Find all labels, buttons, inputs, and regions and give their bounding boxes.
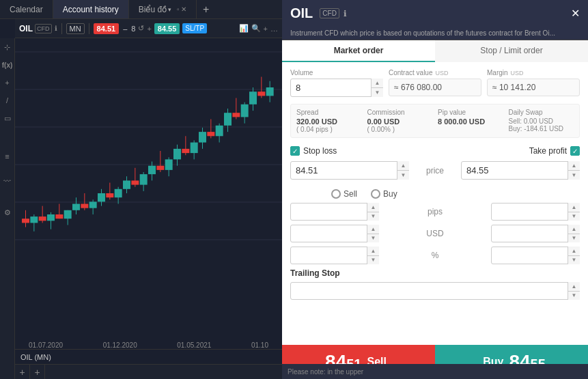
sl-tp-badge[interactable]: SL/TP [182,23,207,33]
zoom-in-icon[interactable]: + [264,25,268,33]
buy-price-box: 84.55 [154,23,180,34]
pct-right-down[interactable]: ▼ [568,256,580,265]
take-profit-checkbox[interactable]: ✓ [570,146,580,156]
volume-group: Volume ▲ ▼ [290,69,383,97]
panel-header: OIL CFD ℹ ✕ [282,0,588,27]
spread-value: 320.00 USD [296,117,362,126]
tp-up-button[interactable]: ▲ [568,161,580,171]
trailing-up[interactable]: ▲ [568,282,580,292]
tab-calendar[interactable]: Calendar [0,0,53,18]
trailing-stop-input[interactable] [290,282,580,300]
fx-icon[interactable]: f(x) [1,59,14,71]
pips-right-input-wrapper: ▲ ▼ [491,203,580,221]
date-label-1: 01.07.2020 [29,341,63,349]
usd-left-down[interactable]: ▼ [367,234,379,243]
take-profit-input[interactable] [461,161,580,180]
chart-toolbar: OIL CFD ℹ MN 84.51 – 8 ↺ + 84.55 SL/TP 📊… [15,19,282,38]
price-center-label: price [415,166,456,176]
trailing-stop-label: Trailing Stop [290,268,580,278]
please-note-bar: Plea se note: in the upper [282,364,588,379]
stop-loss-checkbox[interactable]: ✓ [290,146,300,156]
wave-icon[interactable]: 〰 [1,175,14,187]
plus-vol-icon[interactable]: + [147,25,151,33]
usd-right-up[interactable]: ▲ [568,225,580,234]
pips-left-input[interactable] [290,203,379,221]
window-close-icon[interactable]: ✕ [181,5,186,13]
rectangle-icon[interactable]: ▭ [1,112,14,124]
settings-icon[interactable]: ⚙ [1,206,14,219]
daily-swap-sell: Sell: 0.00 USD [509,117,574,125]
sell-radio[interactable] [331,189,341,199]
pips-right-up[interactable]: ▲ [568,203,580,212]
zoom-out-icon[interactable]: 🔍 [251,24,261,33]
pct-left-up[interactable]: ▲ [367,247,379,256]
pips-right-input[interactable] [491,203,580,221]
usd-left-up[interactable]: ▲ [367,225,379,234]
window-minimize-icon[interactable]: ▫ [177,5,180,13]
refresh-icon[interactable]: ↺ [138,24,144,33]
commission-value: 0.00 USD [367,117,433,126]
more-icon[interactable]: … [270,25,278,33]
usd-left-input[interactable] [290,225,379,242]
pips-left-up[interactable]: ▲ [367,203,379,212]
stop-loss-checkbox-label[interactable]: ✓ Stop loss [290,146,337,156]
tab-account-history[interactable]: Account history [53,0,129,18]
pct-left-down[interactable]: ▼ [367,256,379,265]
text-icon[interactable]: ≡ [1,150,14,163]
pips-right-spinners: ▲ ▼ [568,203,580,221]
buy-radio-label[interactable]: Buy [371,189,397,199]
volume-up-button[interactable]: ▲ [372,79,383,88]
stop-loss-input[interactable] [290,161,409,180]
tab-market-order[interactable]: Market order [282,40,435,62]
add-row-button-2[interactable]: + [30,365,45,380]
tp-spinners: ▲ ▼ [568,161,580,180]
usd-right-input-wrapper: ▲ ▼ [491,225,580,242]
usd-right-input[interactable] [491,225,580,242]
spread-item: Spread 320.00 USD ( 0.04 pips ) [296,109,362,133]
date-label-3: 01.05.2021 [177,341,211,349]
tab-stop-limit-order[interactable]: Stop / Limit order [435,40,588,62]
cursor-icon[interactable]: ⊹ [1,41,14,53]
chart-left-sidebar: ⊹ f(x) + / ▭ ≡ 〰 ⚙ [0,38,15,379]
add-tab-button[interactable]: + [197,0,216,19]
volume-down-button[interactable]: ▼ [372,88,383,97]
chart-bottom-bar: + + [15,364,282,379]
add-row-button-1[interactable]: + [15,365,30,380]
buy-radio[interactable] [371,189,380,199]
chart-canvas-area: 01.07.2020 01.12.2020 01.05.2021 01.10 O… [15,38,282,379]
separator [61,23,62,34]
trailing-down[interactable]: ▼ [568,292,580,300]
sell-buy-radio-row: Sell Buy [290,186,580,203]
take-profit-input-wrapper: ▲ ▼ [461,161,580,180]
sl-down-button[interactable]: ▼ [397,171,409,180]
pip-value-item: Pip value 8 000.00 USD [438,109,503,133]
timeframe-button[interactable]: MN [66,23,85,34]
sell-radio-label[interactable]: Sell [331,189,357,199]
pct-right-input[interactable] [491,247,580,264]
pips-right-down[interactable]: ▼ [568,212,580,221]
volume-contract-margin-row: Volume ▲ ▼ Contract value USD ≈ 676 080.… [290,69,580,97]
candlestick-icon[interactable]: 📊 [239,24,249,33]
tp-down-button[interactable]: ▼ [568,171,580,180]
take-profit-label-row: Take profit ✓ [529,146,580,156]
panel-close-button[interactable]: ✕ [571,7,580,20]
pips-left-down[interactable]: ▼ [367,212,379,221]
contract-value: ≈ 676 080.00 [389,79,481,96]
daily-swap-label: Daily Swap [509,109,574,116]
panel-info-icon[interactable]: ℹ [344,9,347,18]
pct-right-up[interactable]: ▲ [568,247,580,256]
chart-area: ⊹ f(x) + / ▭ ≡ 〰 ⚙ OIL CFD ℹ MN 84.51 – … [0,19,282,379]
tab-bieu-do[interactable]: Biểu đồ ▾ ▫ ✕ [129,0,197,18]
usd-right-down[interactable]: ▼ [568,234,580,243]
trailing-stop-input-row: ▲ ▼ [290,282,580,300]
chart-sub-label: OIL (MN) [15,349,282,364]
volume-input[interactable] [290,79,383,97]
sl-up-button[interactable]: ▲ [397,161,409,171]
spread-row: Spread 320.00 USD ( 0.04 pips ) Commissi… [290,104,580,138]
plus-icon[interactable]: + [1,76,14,89]
pct-right-spinners: ▲ ▼ [568,247,580,264]
date-label-4: 01.10 [251,341,268,349]
pct-left-input[interactable] [290,247,379,264]
line-icon[interactable]: / [1,94,14,107]
info-icon-chart[interactable]: ℹ [55,25,57,32]
